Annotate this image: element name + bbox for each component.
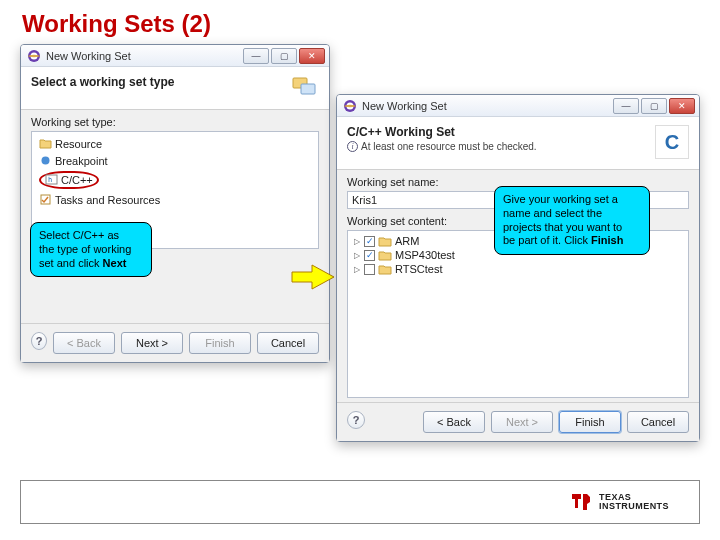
disclosure-icon[interactable]: ▷: [352, 237, 361, 246]
button-row: ? < Back Next > Finish Cancel: [337, 402, 699, 441]
cancel-button[interactable]: Cancel: [257, 332, 319, 354]
breakpoint-icon: [39, 154, 52, 167]
tree-label: RTSCtest: [395, 263, 442, 275]
back-button[interactable]: < Back: [423, 411, 485, 433]
type-item-tasks[interactable]: Tasks and Resources: [36, 191, 314, 208]
ccpp-icon: h: [45, 173, 58, 186]
disclosure-icon[interactable]: ▷: [352, 265, 361, 274]
svg-point-11: [344, 104, 356, 106]
type-item-resource[interactable]: Resource: [36, 135, 314, 152]
finish-button[interactable]: Finish: [559, 411, 621, 433]
cancel-button[interactable]: Cancel: [627, 411, 689, 433]
checkbox[interactable]: ✓: [364, 250, 375, 261]
slide-title: Working Sets (2): [22, 10, 211, 38]
maximize-button[interactable]: ▢: [641, 98, 667, 114]
folder-icon: [39, 137, 52, 150]
help-button[interactable]: ?: [31, 332, 47, 350]
next-button[interactable]: Next >: [491, 411, 553, 433]
footer: TEXAS INSTRUMENTS: [20, 480, 700, 524]
banner: C/C++ Working Set i At least one resourc…: [337, 117, 699, 170]
project-folder-icon: [378, 235, 392, 247]
ti-mark-icon: [571, 491, 593, 513]
tasks-icon: [39, 193, 52, 206]
window-title: New Working Set: [362, 100, 447, 112]
ti-logo: TEXAS INSTRUMENTS: [571, 491, 669, 513]
eclipse-icon: [343, 99, 357, 113]
svg-point-2: [28, 54, 40, 56]
titlebar: New Working Set — ▢ ✕: [21, 45, 329, 67]
dialog-ccpp-set: New Working Set — ▢ ✕ C/C++ Working Set …: [336, 94, 700, 442]
finish-button[interactable]: Finish: [189, 332, 251, 354]
type-label: Breakpoint: [55, 155, 108, 167]
button-row: ? < Back Next > Finish Cancel: [21, 323, 329, 362]
minimize-button[interactable]: —: [243, 48, 269, 64]
svg-text:h: h: [48, 176, 52, 184]
dialog-select-type: New Working Set — ▢ ✕ Select a working s…: [20, 44, 330, 363]
info-icon: i: [347, 141, 358, 152]
svg-rect-4: [301, 84, 315, 94]
checkbox[interactable]: ✓: [364, 236, 375, 247]
banner-decoration-icon: [289, 75, 319, 99]
type-label: C/C++: [61, 174, 93, 186]
banner-title: C/C++ Working Set: [347, 125, 537, 139]
brand-line2: INSTRUMENTS: [599, 502, 669, 511]
checkbox[interactable]: [364, 264, 375, 275]
disclosure-icon[interactable]: ▷: [352, 251, 361, 260]
tree-label: MSP430test: [395, 249, 455, 261]
callout-name-and-finish: Give your working set a name and select …: [494, 186, 650, 255]
svg-point-5: [42, 157, 50, 165]
project-folder-icon: [378, 263, 392, 275]
back-button[interactable]: < Back: [53, 332, 115, 354]
close-button[interactable]: ✕: [669, 98, 695, 114]
close-button[interactable]: ✕: [299, 48, 325, 64]
types-label: Working set type:: [31, 116, 319, 128]
minimize-button[interactable]: —: [613, 98, 639, 114]
banner: Select a working set type: [21, 67, 329, 110]
tree-item-rtsctest[interactable]: ▷ RTSCtest: [352, 262, 684, 276]
type-label: Resource: [55, 138, 102, 150]
maximize-button[interactable]: ▢: [271, 48, 297, 64]
next-button[interactable]: Next >: [121, 332, 183, 354]
callout-select-type: Select C/C++ as the type of working set …: [30, 222, 152, 277]
banner-subtitle: i At least one resource must be checked.: [347, 141, 537, 152]
type-item-ccpp[interactable]: h C/C++: [36, 169, 314, 191]
help-button[interactable]: ?: [347, 411, 365, 429]
project-folder-icon: [378, 249, 392, 261]
content-tree[interactable]: ▷ ✓ ARM ▷ ✓ MSP430test ▷ RTSCtest: [347, 230, 689, 398]
window-title: New Working Set: [46, 50, 131, 62]
banner-title: Select a working set type: [31, 75, 174, 89]
c-banner-icon: C: [655, 125, 689, 159]
titlebar: New Working Set — ▢ ✕: [337, 95, 699, 117]
type-label: Tasks and Resources: [55, 194, 160, 206]
type-item-breakpoint[interactable]: Breakpoint: [36, 152, 314, 169]
tree-label: ARM: [395, 235, 419, 247]
arrow-icon: [290, 262, 336, 294]
eclipse-icon: [27, 49, 41, 63]
